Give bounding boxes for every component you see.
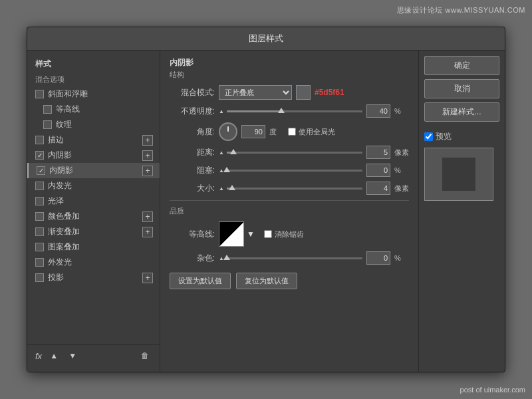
opacity-track[interactable] [227,110,362,112]
blend-mode-select[interactable]: 正片叠底 正常 溶解 变暗 [219,85,292,100]
checkbox-innershadow1[interactable] [35,151,44,160]
cancel-button[interactable]: 取消 [424,79,499,98]
distance-row: 距离: ▲ 像素 [170,146,409,159]
size-slider[interactable]: ▲ [219,186,362,192]
size-arrow: ▲ [219,186,224,192]
left-item-patternoverlay[interactable]: 图案叠加 [27,239,160,255]
left-item-contour[interactable]: 等高线 [27,102,160,117]
checkbox-innershadow2[interactable] [37,166,45,175]
dialog-body: 样式 混合选项 斜面和浮雕 等高线 纹理 描边 + 内阴影 [27,51,505,372]
checkbox-coloroverlay[interactable] [35,212,44,221]
angle-dial[interactable] [219,122,237,141]
left-item-innerglow[interactable]: 内发光 [27,178,160,194]
anti-alias-checkbox[interactable] [264,230,272,238]
checkbox-satin[interactable] [35,197,44,205]
label-bevel: 斜面和浮雕 [48,88,88,100]
left-item-innershadow2[interactable]: 内阴影 + [27,163,160,178]
distance-label: 距离: [170,147,215,158]
global-light-checkbox[interactable] [288,128,296,136]
new-style-button[interactable]: 新建样式... [424,102,499,122]
contour-dropdown-arrow[interactable]: ▼ [247,229,255,239]
slider-arrow-left: ▲ [219,108,224,114]
plus-stroke[interactable]: + [142,135,153,146]
panel-subtitle: 结构 [170,70,409,80]
anti-alias-label: 消除锯齿 [275,229,304,239]
fx-label: fx [35,351,42,361]
left-item-stroke[interactable]: 描边 + [27,132,160,148]
label-contour: 等高线 [56,104,80,115]
label-outerglow: 外发光 [48,257,72,268]
checkbox-innerglow[interactable] [35,182,44,190]
set-default-button[interactable]: 设置为默认值 [170,273,231,289]
noise-slider[interactable]: ▲ [219,255,362,261]
section-styles: 样式 [27,56,160,72]
distance-arrow: ▲ [219,150,224,156]
reset-default-button[interactable]: 复位为默认值 [236,273,297,289]
noise-row: 杂色: ▲ % [170,251,409,265]
noise-input[interactable] [366,251,390,265]
checkbox-outerglow[interactable] [35,258,44,267]
choke-row: 阻塞: ▲ % [170,164,409,177]
left-item-bevel[interactable]: 斜面和浮雕 [27,86,160,102]
plus-innershadow1[interactable]: + [142,150,153,161]
checkbox-dropshadow[interactable] [35,273,44,282]
choke-unit: % [394,166,409,174]
angle-unit: 度 [269,127,284,137]
opacity-unit: % [394,107,409,115]
angle-input[interactable] [241,125,265,138]
plus-gradientoverlay[interactable]: + [142,227,153,237]
left-item-dropshadow[interactable]: 投影 + [27,270,160,285]
panel-title: 内阴影 [170,57,409,68]
plus-innershadow2[interactable]: + [142,166,153,176]
global-light-row: 使用全局光 [288,127,335,137]
contour-select[interactable]: ▼ [219,221,255,247]
preview-checkbox[interactable] [424,132,433,141]
color-swatch[interactable] [296,85,311,100]
default-buttons: 设置为默认值 复位为默认值 [170,273,409,289]
size-input[interactable] [366,182,390,195]
right-panel: 确定 取消 新建样式... 预览 [418,51,505,372]
preview-inner [442,158,475,191]
left-item-coloroverlay[interactable]: 颜色叠加 + [27,209,160,224]
plus-coloroverlay[interactable]: + [142,211,153,222]
distance-slider[interactable]: ▲ [219,150,362,156]
checkbox-texture[interactable] [43,120,52,129]
opacity-slider[interactable]: ▲ [219,108,362,114]
noise-track[interactable] [227,257,362,259]
checkbox-bevel[interactable] [35,90,44,98]
checkbox-gradientoverlay[interactable] [35,227,44,236]
left-item-innershadow1[interactable]: 内阴影 + [27,148,160,163]
label-patternoverlay: 图案叠加 [48,241,80,253]
left-panel: 样式 混合选项 斜面和浮雕 等高线 纹理 描边 + 内阴影 [27,51,160,372]
contour-thumbnail[interactable] [219,221,244,247]
preview-box [424,148,493,201]
choke-input[interactable] [366,164,390,177]
label-texture: 纹理 [56,119,72,130]
choke-slider[interactable]: ▲ [219,168,362,174]
size-track[interactable] [227,188,362,190]
left-item-gradientoverlay[interactable]: 渐变叠加 + [27,224,160,239]
checkbox-patternoverlay[interactable] [35,243,44,251]
plus-dropshadow[interactable]: + [142,273,153,283]
checkbox-stroke[interactable] [35,136,44,144]
left-item-texture[interactable]: 纹理 [27,117,160,132]
opacity-input[interactable] [366,104,390,118]
left-item-satin[interactable]: 光泽 [27,194,160,209]
distance-track[interactable] [227,152,362,154]
up-button[interactable]: ▲ [47,349,61,362]
angle-label: 角度: [170,126,215,138]
checkbox-contour[interactable] [43,105,52,114]
down-button[interactable]: ▼ [66,349,79,362]
distance-input[interactable] [366,146,390,159]
choke-track[interactable] [227,170,362,172]
label-satin: 光泽 [48,196,64,207]
opacity-label: 不透明度: [170,106,215,117]
noise-unit: % [394,254,409,262]
dialog-title: 图层样式 [27,27,505,51]
delete-button[interactable]: 🗑 [138,349,152,362]
left-item-outerglow[interactable]: 外发光 [27,255,160,270]
blend-mode-row: 混合模式: 正片叠底 正常 溶解 变暗 #5d5f61 [170,85,409,100]
section-blend[interactable]: 混合选项 [27,72,160,86]
ok-button[interactable]: 确定 [424,56,499,75]
middle-panel: 内阴影 结构 混合模式: 正片叠底 正常 溶解 变暗 #5d5f61 不透明度:… [160,51,418,372]
